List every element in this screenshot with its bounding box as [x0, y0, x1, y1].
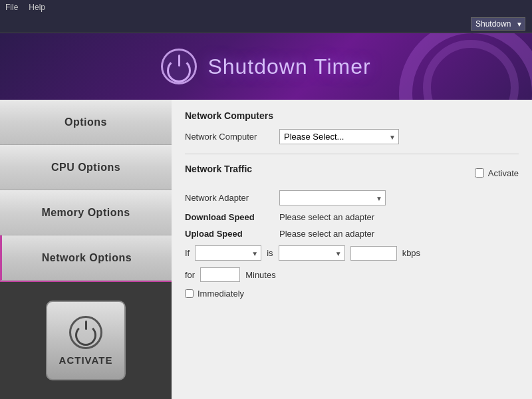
action-bar: Shutdown Restart Hibernate Sleep Log Off	[0, 15, 532, 33]
minutes-label: Minutes	[245, 270, 276, 280]
network-adapter-select[interactable]	[279, 190, 386, 205]
shutdown-select[interactable]: Shutdown Restart Hibernate Sleep Log Off	[471, 17, 525, 31]
network-adapter-row: Network Adapter	[185, 190, 519, 205]
upload-speed-value: Please select an adapter	[279, 229, 374, 239]
if-row: If is kbps	[185, 245, 519, 261]
sidebar-btn-cpu[interactable]: CPU Options	[0, 145, 172, 190]
shutdown-select-wrapper: Shutdown Restart Hibernate Sleep Log Off	[471, 17, 525, 31]
immediately-label: Immediately	[198, 289, 244, 299]
upload-speed-label: Upload Speed	[185, 229, 271, 239]
menu-bar: File Help	[0, 0, 532, 15]
immediately-checkbox[interactable]	[185, 289, 194, 298]
power-icon-large	[161, 49, 197, 84]
network-computers-section: Network Computers Network Computer Pleas…	[185, 110, 519, 144]
if-label: If	[185, 248, 190, 258]
activate-area: ACTIVATE	[0, 281, 172, 399]
activate-checkbox-label: Activate	[488, 168, 519, 178]
if-select[interactable]	[195, 245, 261, 261]
for-label: for	[185, 270, 195, 280]
network-computer-label: Network Computer	[185, 132, 271, 142]
header-banner: Shutdown Timer	[0, 33, 532, 100]
download-speed-label: Download Speed	[185, 212, 271, 222]
sidebar: Options CPU Options Memory Options Netwo…	[0, 100, 172, 399]
header-title-group: Shutdown Timer	[161, 49, 370, 84]
is-select[interactable]	[279, 245, 345, 261]
if-select-wrapper	[195, 245, 261, 261]
menu-help[interactable]: Help	[29, 3, 45, 12]
network-computer-select[interactable]: Please Select...	[279, 129, 399, 144]
network-traffic-header: Network Traffic Activate	[185, 164, 519, 182]
network-computer-row: Network Computer Please Select...	[185, 129, 519, 144]
immediately-row: Immediately	[185, 289, 519, 299]
is-label: is	[267, 248, 273, 258]
app-title: Shutdown Timer	[207, 55, 370, 79]
network-adapter-select-wrapper	[279, 190, 386, 205]
sidebar-btn-memory[interactable]: Memory Options	[0, 190, 172, 235]
network-computers-title: Network Computers	[185, 110, 519, 121]
download-speed-row: Download Speed Please select an adapter	[185, 212, 519, 222]
right-panel: Network Computers Network Computer Pleas…	[172, 100, 532, 399]
activate-label: ACTIVATE	[59, 354, 113, 366]
sidebar-btn-network[interactable]: Network Options	[0, 235, 172, 281]
menu-file[interactable]: File	[5, 3, 18, 12]
download-speed-value: Please select an adapter	[279, 212, 374, 222]
activate-checkbox-row: Activate	[475, 168, 519, 178]
activate-checkbox[interactable]	[475, 168, 484, 178]
network-computer-select-wrapper: Please Select...	[279, 129, 399, 144]
kbps-label: kbps	[402, 248, 420, 258]
network-adapter-label: Network Adapter	[185, 193, 271, 203]
minutes-input[interactable]	[200, 267, 240, 282]
upload-speed-row: Upload Speed Please select an adapter	[185, 229, 519, 239]
kbps-input[interactable]	[350, 246, 397, 261]
for-row: for Minutes	[185, 267, 519, 282]
activate-button[interactable]: ACTIVATE	[46, 301, 126, 380]
divider-1	[185, 154, 519, 154]
is-select-wrapper	[279, 245, 345, 261]
main-content: Options CPU Options Memory Options Netwo…	[0, 100, 532, 399]
power-icon-btn	[69, 316, 102, 349]
network-traffic-section: Network Traffic Activate Network Adapter…	[185, 164, 519, 299]
network-traffic-title: Network Traffic	[185, 164, 252, 174]
sidebar-btn-options[interactable]: Options	[0, 100, 172, 145]
